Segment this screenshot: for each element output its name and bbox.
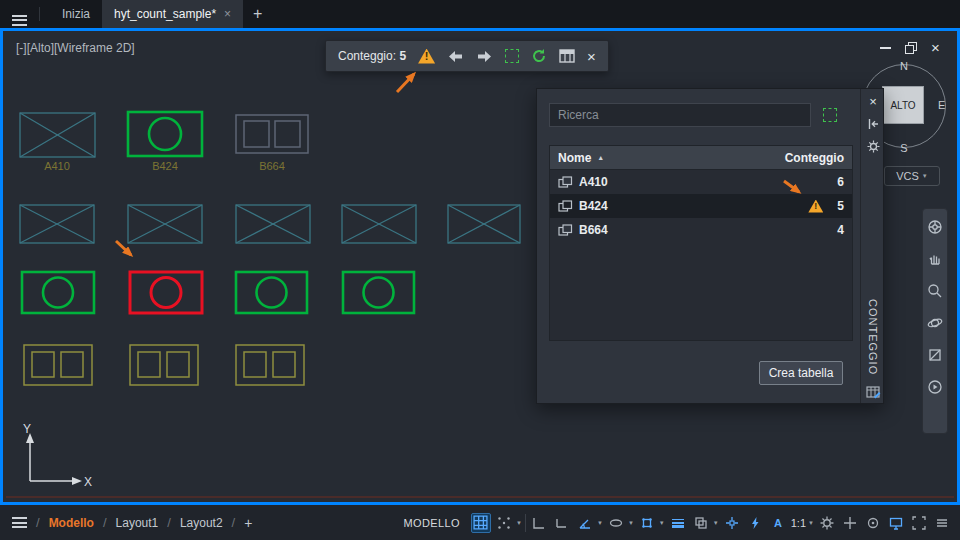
mode-label: MODELLO (403, 517, 460, 529)
column-count[interactable]: Conteggio (785, 151, 844, 165)
snap-icon[interactable] (494, 513, 514, 533)
autoscale-annotation-icon[interactable]: A (768, 513, 788, 533)
block-label-b664[interactable]: B664 (259, 160, 285, 172)
divider: / (167, 515, 171, 530)
palette-close-icon[interactable]: × (869, 95, 877, 108)
show-motion-icon[interactable] (927, 379, 943, 395)
row-warning-icon[interactable] (808, 200, 823, 213)
polar-tracking-icon[interactable] (575, 513, 595, 533)
ortho-icon[interactable] (552, 513, 572, 533)
customization-menu-icon[interactable] (932, 513, 952, 533)
circle-box-instances-green[interactable] (22, 272, 414, 313)
prev-instance-arrow-icon[interactable] (447, 50, 464, 63)
count-value: 5 (399, 49, 406, 63)
annotation-visibility-icon[interactable] (745, 513, 765, 533)
palette-settings-gear-icon[interactable] (867, 140, 880, 153)
table-header[interactable]: Nome ▲ Conteggio (550, 146, 852, 170)
navigation-bar (922, 208, 948, 434)
app-menu-icon[interactable] (12, 15, 27, 26)
pan-hand-icon[interactable] (927, 251, 943, 267)
new-tab-button[interactable]: + (253, 5, 262, 23)
ucs-y-label: Y (23, 422, 31, 436)
tab-label: hyt_count_sample* (114, 7, 216, 21)
settings-gear-icon[interactable] (817, 513, 837, 533)
isolate-objects-icon[interactable] (863, 513, 883, 533)
block-icon (558, 200, 573, 212)
minimize-icon[interactable] (880, 47, 891, 49)
restore-icon[interactable] (905, 42, 917, 54)
divider: / (36, 515, 40, 530)
select-counted-objects-icon[interactable] (505, 49, 519, 63)
insert-count-table-icon[interactable] (559, 49, 575, 63)
extents-icon[interactable] (927, 347, 943, 363)
vcs-dropdown[interactable]: VCS▼ (884, 166, 940, 186)
layout-tab-layout1[interactable]: Layout1 (116, 516, 159, 530)
layout-menu-icon[interactable] (12, 517, 27, 528)
close-window-icon[interactable]: × (931, 40, 940, 55)
tab-drawing-active[interactable]: hyt_count_sample* × (102, 0, 243, 28)
block-instance-a410[interactable] (20, 113, 95, 157)
table-row-b424[interactable]: B424 5 (550, 194, 852, 218)
chevron-down-icon[interactable]: ▼ (808, 520, 814, 526)
object-snap-icon[interactable] (637, 513, 657, 533)
column-name[interactable]: Nome (558, 151, 591, 165)
viewcube-top-face[interactable]: ALTO (882, 86, 924, 124)
ucs-icon[interactable]: Y X (23, 422, 92, 489)
chevron-down-icon: ▼ (922, 173, 928, 179)
dynamic-input-icon[interactable] (529, 513, 549, 533)
refresh-count-icon[interactable] (531, 48, 547, 64)
search-input[interactable] (549, 103, 811, 127)
selection-cycling-icon[interactable] (691, 513, 711, 533)
tray-crosshair-icon[interactable] (840, 513, 860, 533)
divider (525, 514, 526, 532)
window-controls: × (880, 40, 940, 55)
pickbox-cursor-icon[interactable] (722, 513, 742, 533)
block-instance-b424-green[interactable] (128, 112, 202, 156)
count-toolbar: Conteggio: 5 × (325, 40, 609, 72)
count-warning-icon[interactable] (418, 49, 435, 64)
block-label-b424[interactable]: B424 (152, 160, 178, 172)
lineweight-icon[interactable] (668, 513, 688, 533)
viewcube-east[interactable]: E (938, 99, 945, 111)
navigation-wheel-icon[interactable] (927, 219, 943, 235)
count-table: Nome ▲ Conteggio A410 6 B424 5 B664 4 (549, 145, 853, 341)
palette-title[interactable]: CONTEGGIO (867, 299, 879, 375)
ucs-x-label: X (84, 475, 92, 489)
close-count-toolbar-icon[interactable]: × (587, 49, 596, 64)
block-label-a410[interactable]: A410 (44, 160, 70, 172)
grid-icon[interactable] (471, 513, 491, 533)
chevron-down-icon[interactable]: ▼ (597, 520, 603, 526)
circle-box-instance-highlighted-red[interactable] (130, 272, 202, 313)
chevron-down-icon[interactable]: ▼ (713, 520, 719, 526)
double-square-instances[interactable] (24, 345, 304, 385)
annotation-scale-value[interactable]: 1:1 (791, 517, 806, 529)
isodraft-icon[interactable] (606, 513, 626, 533)
table-edit-icon[interactable] (866, 385, 881, 399)
graphics-performance-icon[interactable] (886, 513, 906, 533)
clean-screen-icon[interactable] (909, 513, 929, 533)
block-instance-b664[interactable] (236, 115, 308, 153)
table-row-a410[interactable]: A410 6 (550, 170, 852, 194)
sort-ascending-icon: ▲ (597, 154, 604, 161)
block-icon (558, 224, 573, 236)
new-layout-button[interactable]: + (244, 515, 252, 531)
tab-close-icon[interactable]: × (224, 7, 231, 21)
palette-select-objects-icon[interactable] (823, 108, 837, 122)
create-table-button[interactable]: Crea tabella (759, 361, 843, 385)
chevron-down-icon[interactable]: ▼ (628, 520, 634, 526)
viewcube-north[interactable]: N (856, 60, 952, 72)
table-row-b664[interactable]: B664 4 (550, 218, 852, 242)
next-instance-arrow-icon[interactable] (476, 50, 493, 63)
palette-autohide-icon[interactable] (868, 118, 879, 130)
svg-text:A: A (774, 517, 782, 529)
zoom-icon[interactable] (927, 283, 943, 299)
layout-tab-modello[interactable]: Modello (49, 516, 94, 530)
layout-tab-layout2[interactable]: Layout2 (180, 516, 223, 530)
crossed-box-instances[interactable] (20, 205, 520, 243)
viewport-controls-label[interactable]: [-][Alto][Wireframe 2D] (16, 41, 135, 55)
chevron-down-icon[interactable]: ▼ (516, 520, 522, 526)
divider: / (232, 515, 236, 530)
tab-inizia[interactable]: Inizia (50, 0, 102, 28)
chevron-down-icon[interactable]: ▼ (659, 520, 665, 526)
orbit-icon[interactable] (927, 315, 943, 331)
